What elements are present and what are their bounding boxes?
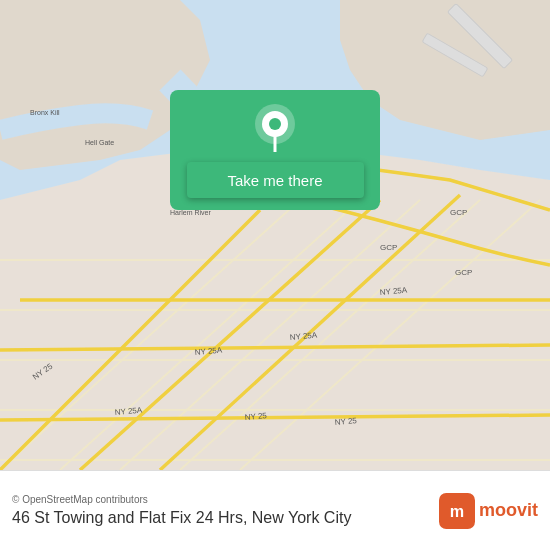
svg-text:Harlem River: Harlem River [170,209,212,216]
svg-text:m: m [450,502,464,520]
svg-text:GCP: GCP [450,208,467,217]
map-pin [255,104,295,152]
footer: © OpenStreetMap contributors 46 St Towin… [0,470,550,550]
map-container: NY 25 NY 25A NY 25A NY 25A NY 25A NY 25 … [0,0,550,470]
map-background: NY 25 NY 25A NY 25A NY 25A NY 25A NY 25 … [0,0,550,470]
svg-text:Bronx Kill: Bronx Kill [30,109,60,116]
footer-text: © OpenStreetMap contributors 46 St Towin… [12,494,439,527]
svg-text:GCP: GCP [380,243,397,252]
svg-point-37 [269,118,281,130]
svg-text:GCP: GCP [455,268,472,277]
moovit-icon: m [439,493,475,529]
svg-text:Hell Gate: Hell Gate [85,139,114,146]
take-me-there-button[interactable]: Take me there [187,162,364,198]
osm-attribution: © OpenStreetMap contributors [12,494,439,505]
green-card: Take me there [170,90,380,210]
location-title: 46 St Towing and Flat Fix 24 Hrs, New Yo… [12,509,439,527]
moovit-logo: m moovit [439,493,538,529]
moovit-brand-text: moovit [479,500,538,521]
pin-icon [255,104,295,152]
